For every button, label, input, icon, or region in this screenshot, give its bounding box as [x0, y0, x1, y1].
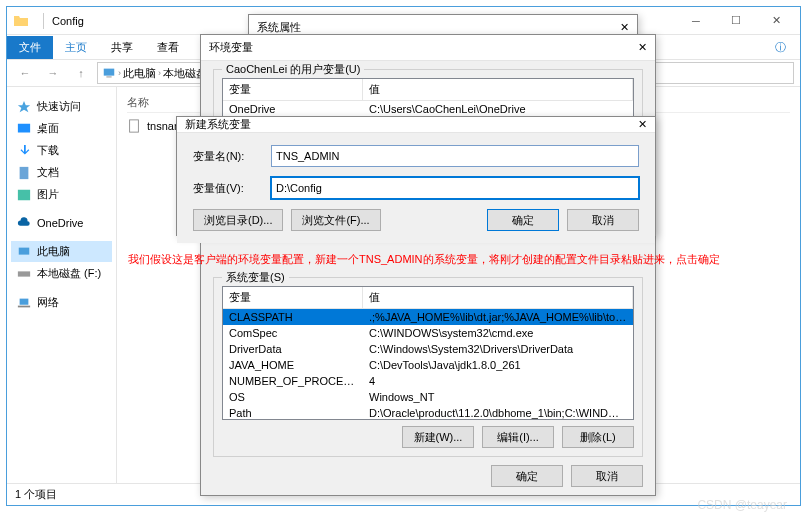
tab-file[interactable]: 文件	[7, 36, 53, 59]
table-row[interactable]: OSWindows_NT	[223, 389, 633, 405]
var-value-label: 变量值(V):	[193, 181, 261, 196]
watermark: CSDN @teayear	[697, 498, 787, 512]
table-row[interactable]: DriverDataC:\Windows\System32\Drivers\Dr…	[223, 341, 633, 357]
browse-file-button[interactable]: 浏览文件(F)...	[291, 209, 380, 231]
sidebar-item-label: 此电脑	[37, 244, 70, 259]
maximize-button[interactable]: ☐	[716, 7, 756, 35]
table-row[interactable]: OneDriveC:\Users\CaoChenLei\OneDrive	[223, 101, 633, 117]
user-vars-label: CaoChenLei 的用户变量(U)	[222, 62, 364, 77]
close-icon[interactable]: ✕	[620, 21, 629, 34]
tab-home[interactable]: 主页	[53, 36, 99, 59]
table-row[interactable]: PathD:\Oracle\product\11.2.0\dbhome_1\bi…	[223, 405, 633, 419]
table-row[interactable]: NUMBER_OF_PROCESSORS4	[223, 373, 633, 389]
svg-rect-6	[18, 271, 30, 276]
sidebar-desktop[interactable]: 桌面	[11, 118, 112, 139]
dialog-title: 环境变量	[209, 40, 253, 55]
window-title: Config	[52, 15, 84, 27]
ok-button[interactable]: 确定	[487, 209, 559, 231]
svg-rect-4	[18, 189, 30, 200]
sidebar-item-label: 快速访问	[37, 99, 81, 114]
dialog-titlebar: 环境变量 ✕	[201, 35, 655, 61]
network-icon	[17, 296, 31, 310]
svg-rect-8	[18, 305, 30, 307]
tab-share[interactable]: 共享	[99, 36, 145, 59]
pc-icon	[17, 245, 31, 259]
back-button[interactable]: ←	[13, 61, 37, 85]
col-var[interactable]: 变量	[223, 79, 363, 100]
tab-view[interactable]: 查看	[145, 36, 191, 59]
annotation-text: 我们假设这是客户端的环境变量配置，新建一个TNS_ADMIN的系统变量，将刚才创…	[128, 252, 720, 267]
up-button[interactable]: ↑	[69, 61, 93, 85]
sidebar-item-label: 文档	[37, 165, 59, 180]
forward-button[interactable]: →	[41, 61, 65, 85]
desktop-icon	[17, 122, 31, 136]
svg-rect-0	[104, 69, 115, 76]
new-system-var-dialog: 新建系统变量 ✕ 变量名(N): 变量值(V): 浏览目录(D)... 浏览文件…	[176, 116, 656, 236]
sidebar-item-label: OneDrive	[37, 217, 83, 229]
col-val[interactable]: 值	[363, 287, 633, 308]
sidebar-item-label: 下载	[37, 143, 59, 158]
sys-vars-label: 系统变量(S)	[222, 270, 289, 285]
browse-dir-button[interactable]: 浏览目录(D)...	[193, 209, 283, 231]
document-icon	[17, 166, 31, 180]
sidebar-quick-access[interactable]: 快速访问	[11, 96, 112, 117]
svg-rect-7	[20, 298, 29, 304]
svg-rect-9	[130, 120, 139, 132]
svg-rect-5	[19, 247, 30, 254]
sidebar-localdisk[interactable]: 本地磁盘 (F:)	[11, 263, 112, 284]
picture-icon	[17, 188, 31, 202]
qat-divider	[43, 13, 44, 29]
dialog-title: 系统属性	[257, 20, 301, 35]
minimize-button[interactable]: ─	[676, 7, 716, 35]
dialog-title: 新建系统变量	[185, 117, 251, 132]
cancel-button[interactable]: 取消	[571, 465, 643, 487]
sidebar-thispc[interactable]: 此电脑	[11, 241, 112, 262]
sidebar-item-label: 网络	[37, 295, 59, 310]
sidebar-item-label: 桌面	[37, 121, 59, 136]
user-vars-table[interactable]: 变量值 OneDriveC:\Users\CaoChenLei\OneDrive	[222, 78, 634, 118]
svg-rect-3	[20, 166, 29, 178]
sidebar-network[interactable]: 网络	[11, 292, 112, 313]
sidebar: 快速访问 桌面 下载 文档 图片 OneDrive 此电脑 本地磁盘 (F:) …	[7, 87, 117, 483]
close-icon[interactable]: ✕	[638, 41, 647, 54]
download-icon	[17, 144, 31, 158]
col-var[interactable]: 变量	[223, 287, 363, 308]
cloud-icon	[17, 216, 31, 230]
var-name-label: 变量名(N):	[193, 149, 261, 164]
cancel-button[interactable]: 取消	[567, 209, 639, 231]
svg-rect-1	[106, 77, 111, 78]
folder-icon	[13, 13, 29, 29]
table-row[interactable]: JAVA_HOMEC:\DevTools\Java\jdk1.8.0_261	[223, 357, 633, 373]
sidebar-downloads[interactable]: 下载	[11, 140, 112, 161]
table-row[interactable]: CLASSPATH.;%JAVA_HOME%\lib\dt.jar;%JAVA_…	[223, 309, 633, 325]
new-button[interactable]: 新建(W)...	[402, 426, 474, 448]
close-icon[interactable]: ✕	[638, 118, 647, 131]
var-name-input[interactable]	[271, 145, 639, 167]
edit-button[interactable]: 编辑(I)...	[482, 426, 554, 448]
ok-button[interactable]: 确定	[491, 465, 563, 487]
drive-icon	[17, 267, 31, 281]
sidebar-onedrive[interactable]: OneDrive	[11, 213, 112, 233]
var-value-input[interactable]	[271, 177, 639, 199]
sys-vars-group: 系统变量(S) 变量值 CLASSPATH.;%JAVA_HOME%\lib\d…	[213, 277, 643, 457]
dialog-titlebar: 新建系统变量 ✕	[177, 117, 655, 133]
close-button[interactable]: ✕	[756, 7, 796, 35]
col-val[interactable]: 值	[363, 79, 633, 100]
sidebar-item-label: 图片	[37, 187, 59, 202]
status-text: 1 个项目	[15, 487, 57, 502]
sidebar-pictures[interactable]: 图片	[11, 184, 112, 205]
star-icon	[17, 100, 31, 114]
table-row[interactable]: ComSpecC:\WINDOWS\system32\cmd.exe	[223, 325, 633, 341]
sidebar-item-label: 本地磁盘 (F:)	[37, 266, 101, 281]
sidebar-documents[interactable]: 文档	[11, 162, 112, 183]
pc-icon	[102, 66, 116, 80]
delete-button[interactable]: 删除(L)	[562, 426, 634, 448]
file-icon	[127, 119, 141, 133]
svg-rect-2	[18, 123, 30, 132]
breadcrumb-pc[interactable]: 此电脑	[123, 66, 156, 81]
sys-vars-table[interactable]: 变量值 CLASSPATH.;%JAVA_HOME%\lib\dt.jar;%J…	[222, 286, 634, 420]
ribbon-expand-icon[interactable]: ⓘ	[760, 33, 800, 61]
